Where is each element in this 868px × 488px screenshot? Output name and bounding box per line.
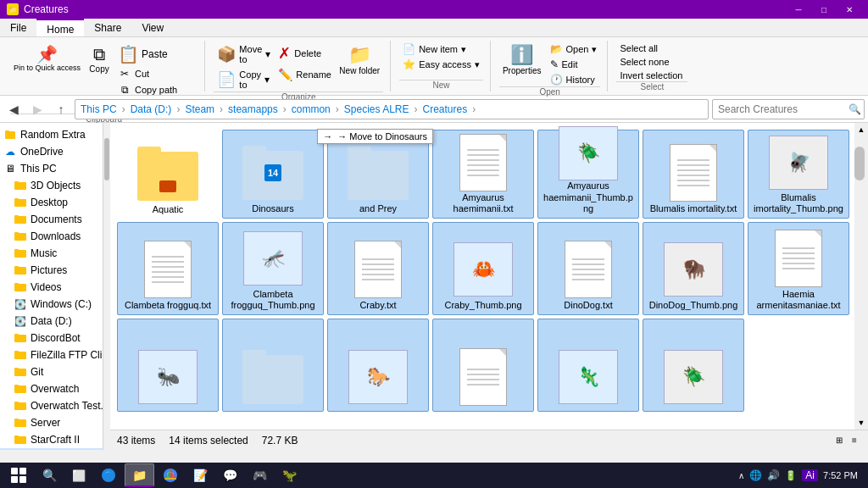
scroll-thumb[interactable] <box>854 147 865 180</box>
file-item-row3-2[interactable] <box>222 319 324 412</box>
view-toggle[interactable]: ⊞ ≡ <box>832 434 861 447</box>
sidebar-scrollbar-thumb[interactable] <box>104 138 109 180</box>
breadcrumb-species[interactable]: Species ALRE <box>344 103 409 115</box>
tab-view[interactable]: View <box>131 19 174 36</box>
discord-button[interactable]: 💬 <box>216 463 244 487</box>
sidebar-item-git[interactable]: Git <box>0 363 103 380</box>
file-item-dinodog-thumb[interactable]: 🦬 DinoDog_Thumb.png <box>643 222 744 315</box>
back-button[interactable]: ◀ <box>3 99 24 119</box>
properties-button[interactable]: ℹ️ Properties <box>499 42 545 77</box>
scroll-down-button[interactable]: ▼ <box>854 416 868 430</box>
sidebar-scrollbar[interactable] <box>103 123 110 450</box>
pin-button[interactable]: 📌 Pin to Quick access <box>10 42 84 75</box>
file-item-haemia-txt[interactable]: Haemia armenitasmaniae.txt <box>748 222 849 315</box>
tray-up-arrow[interactable]: ∧ <box>738 471 744 480</box>
scroll-up-button[interactable]: ▲ <box>854 123 868 136</box>
rename-button[interactable]: ✏️ Rename <box>275 66 334 83</box>
explorer-taskbar-button[interactable]: 📁 <box>125 463 154 487</box>
sidebar-item-overwatch[interactable]: Overwatch <box>0 380 103 397</box>
dino-button[interactable]: 🦖 <box>275 463 303 487</box>
ai-label[interactable]: Ai <box>802 469 818 481</box>
sidebar-item-videos[interactable]: Videos <box>0 279 103 296</box>
search-input[interactable] <box>718 103 845 115</box>
copy-path-button[interactable]: Copy path <box>114 82 198 97</box>
file-item-row3-5[interactable]: 🦎 <box>537 319 639 412</box>
sidebar-item-3d[interactable]: 3D Objects <box>0 177 103 194</box>
file-item-row3-6[interactable]: 🪲 <box>643 319 744 412</box>
invert-selection-button[interactable]: Invert selection <box>616 69 686 81</box>
file-item-row3-3[interactable]: 🐎 <box>327 319 429 412</box>
list-view-button[interactable]: ≡ <box>848 434 861 447</box>
steam-taskbar-button[interactable]: 🎮 <box>246 463 274 487</box>
sidebar-item-server[interactable]: Server <box>0 414 103 431</box>
tab-share[interactable]: Share <box>84 19 131 36</box>
sidebar-item-desktop[interactable]: Desktop <box>0 194 103 211</box>
search-box[interactable]: 🔍 <box>712 99 865 119</box>
file-item-craby-thumb[interactable]: 🦀 Craby_Thumb.png <box>432 222 534 315</box>
edge-button[interactable] <box>94 463 123 487</box>
delete-button[interactable]: ✗ Delete <box>275 42 334 64</box>
sidebar-item-overwatch-test[interactable]: Overwatch Test... <box>0 397 103 414</box>
task-view-button[interactable]: ⬜ <box>65 463 92 487</box>
paste-button[interactable]: 📋 Paste <box>114 42 198 66</box>
file-item-blumalis-thumb[interactable]: 🪰 Blumalis imortality_Thumb.png <box>748 130 849 219</box>
sidebar-item-random-extra[interactable]: Random Extra <box>0 126 103 143</box>
select-none-button[interactable]: Select none <box>616 56 672 68</box>
sidebar-item-music[interactable]: Music <box>0 245 103 262</box>
sidebar-item-discordbot[interactable]: DiscordBot <box>0 330 103 347</box>
edit-button[interactable]: ✎ Edit <box>547 58 601 71</box>
tab-home[interactable]: Home <box>36 19 84 36</box>
network-icon[interactable]: 🌐 <box>749 469 762 481</box>
sidebar-item-documents[interactable]: Documents <box>0 211 103 228</box>
file-item-clambeta-txt[interactable]: Clambeta frogguq.txt <box>117 222 219 315</box>
sidebar-item-onedrive[interactable]: ☁ OneDrive <box>0 143 103 160</box>
sidebar-item-windows-c[interactable]: 💽 Windows (C:) <box>0 296 103 313</box>
new-item-button[interactable]: 📄 New item▾ <box>399 42 470 56</box>
breadcrumb-data[interactable]: Data (D:) <box>131 103 172 115</box>
sidebar-item-data-d[interactable]: 💽 Data (D:) <box>0 313 103 330</box>
file-item-aquatic[interactable]: Aquatic <box>117 130 219 219</box>
chrome-button[interactable] <box>156 463 185 487</box>
breadcrumb-steam[interactable]: Steam <box>185 103 214 115</box>
file-item-dinosaurs[interactable]: 14 Dinosaurs → → Move to Dinosaurs <box>222 130 324 219</box>
sidebar-item-filezilla[interactable]: FileZilla FTP Cli... <box>0 347 103 363</box>
file-item-amyaurus-txt[interactable]: Amyaurus haemimanii.txt <box>432 130 534 219</box>
sidebar-item-steam[interactable]: Steam <box>0 448 103 450</box>
select-all-button[interactable]: Select all <box>616 42 661 54</box>
new-folder-button[interactable]: 📁 New folder <box>336 42 383 77</box>
copy-to-button[interactable]: 📄 Copy to▾ <box>214 68 273 92</box>
file-item-row3-4[interactable] <box>432 319 534 412</box>
sidebar-item-starcraft2[interactable]: StarCraft II <box>0 431 103 448</box>
vscode-button[interactable]: 📝 <box>186 463 214 487</box>
start-button[interactable] <box>3 463 34 487</box>
scroll-track[interactable] <box>854 136 868 416</box>
address-bar[interactable]: This PC › Data (D:) › Steam › steamapps … <box>75 99 709 119</box>
file-item-blumalis-txt[interactable]: Blumalis imortality.txt <box>643 130 744 219</box>
forward-button[interactable]: ▶ <box>27 99 47 119</box>
open-button[interactable]: 📂 Open▾ <box>547 42 601 56</box>
up-button[interactable]: ↑ <box>51 99 71 119</box>
volume-icon[interactable]: 🔊 <box>767 469 780 481</box>
sidebar-item-thispc[interactable]: 🖥 This PC <box>0 160 103 177</box>
history-button[interactable]: 🕐 History <box>547 73 601 86</box>
vertical-scrollbar[interactable]: ▲ ▼ <box>854 123 868 430</box>
maximize-button[interactable]: □ <box>812 2 836 17</box>
file-item-craby-txt[interactable]: Craby.txt <box>327 222 429 315</box>
grid-view-button[interactable]: ⊞ <box>832 434 846 447</box>
sidebar-item-pictures[interactable]: Pictures <box>0 262 103 279</box>
sidebar-item-downloads[interactable]: Downloads <box>0 228 103 245</box>
copy-button[interactable]: ⧉ Copy <box>86 42 113 75</box>
breadcrumb-steamapps[interactable]: steamapps <box>228 103 278 115</box>
move-button[interactable]: 📦 Move to▾ <box>214 42 273 66</box>
breadcrumb-creatures[interactable]: Creatures <box>423 103 468 115</box>
easy-access-button[interactable]: ⭐ Easy access▾ <box>399 58 483 71</box>
search-taskbar-button[interactable]: 🔍 <box>36 463 64 487</box>
minimize-button[interactable]: ─ <box>787 2 810 17</box>
cut-button[interactable]: Cut <box>114 66 198 81</box>
file-item-dinodog-txt[interactable]: DinoDog.txt <box>537 222 639 315</box>
file-item-amyaurus-thumb[interactable]: 🪲 Amyaurus haemimanii_Thumb.png <box>537 130 639 219</box>
tab-file[interactable]: File <box>0 19 36 36</box>
clock[interactable]: 7:52 PM <box>823 470 858 480</box>
file-item-row3-1[interactable]: 🐜 <box>117 319 219 412</box>
breadcrumb-common[interactable]: common <box>292 103 331 115</box>
